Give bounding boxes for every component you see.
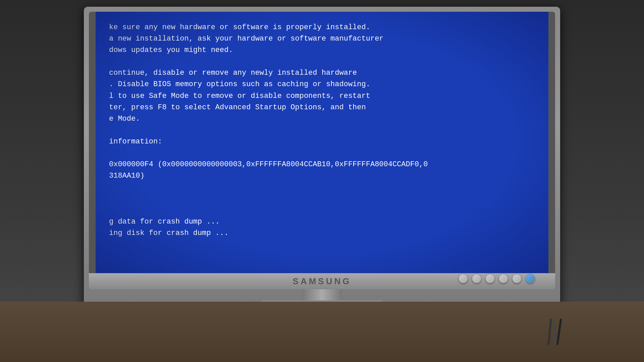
- monitor-button-5[interactable]: [512, 274, 522, 283]
- monitor-stand-neck: [302, 289, 342, 300]
- monitor-outer: ke sure any new hardware or software is …: [84, 7, 560, 308]
- bsod-content: ke sure any new hardware or software is …: [109, 22, 535, 239]
- monitor-bezel: ke sure any new hardware or software is …: [89, 12, 555, 273]
- desk-surface-bottom: [0, 302, 644, 362]
- cable-1: [548, 318, 552, 345]
- monitor-button-4[interactable]: [499, 274, 508, 283]
- cables-group: [549, 318, 560, 345]
- desk-surface: ke sure any new hardware or software is …: [0, 0, 644, 362]
- monitor-bottom-bezel: SAMSUNG: [89, 273, 555, 289]
- monitor-button-3[interactable]: [485, 274, 495, 283]
- cable-2: [553, 318, 556, 345]
- monitor-button-2[interactable]: [472, 274, 481, 283]
- screen: ke sure any new hardware or software is …: [96, 12, 548, 273]
- monitor-buttons-group: [459, 274, 535, 283]
- monitor-button-1[interactable]: [459, 274, 468, 283]
- monitor-power-button[interactable]: [526, 274, 535, 283]
- monitor-brand-label: SAMSUNG: [293, 276, 352, 287]
- cable-3: [556, 318, 562, 345]
